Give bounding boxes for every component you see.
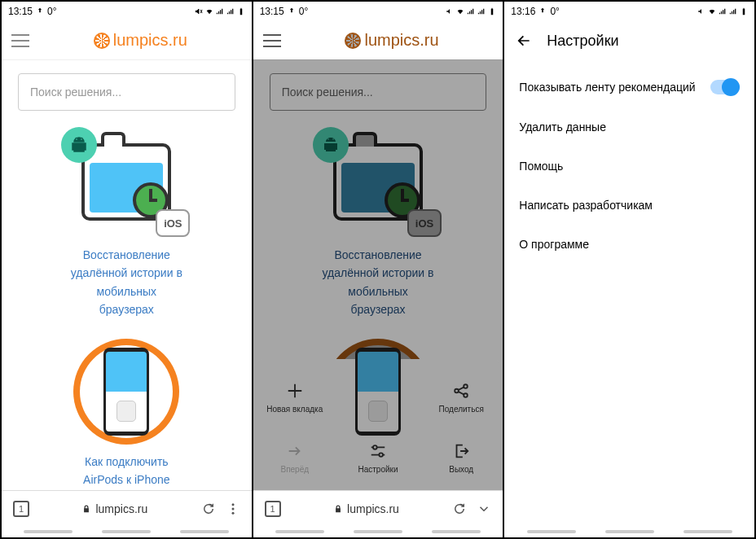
battery-icon	[488, 7, 496, 15]
share-button[interactable]: Поделиться	[424, 382, 498, 423]
hamburger-menu[interactable]	[263, 34, 281, 47]
plus-icon	[286, 382, 304, 400]
status-icons	[697, 7, 748, 15]
status-temp: 0°	[299, 6, 308, 17]
svg-point-6	[332, 138, 334, 140]
reload-button[interactable]	[452, 502, 467, 516]
svg-point-10	[373, 445, 377, 449]
settings-button[interactable]: Настройки	[341, 442, 415, 474]
browser-bottom-bar: 1 lumpics.ru	[2, 490, 252, 526]
status-temp: 0°	[550, 6, 559, 17]
signal-icon	[719, 7, 727, 15]
url-text: lumpics.ru	[95, 502, 147, 515]
search-placeholder: Поиск решения...	[30, 85, 121, 99]
logo-icon	[94, 33, 110, 49]
status-icons	[195, 7, 245, 15]
new-tab-button[interactable]: Новая вкладка	[258, 382, 332, 423]
settings-title: Настройки	[547, 33, 618, 50]
article-illustration-1: iOS	[18, 135, 235, 233]
mute-icon	[195, 7, 203, 15]
page-content: Поиск решения... iOS Восстановление удал…	[253, 60, 503, 490]
browser-menu-button[interactable]	[226, 502, 240, 516]
status-temp: 0°	[47, 6, 56, 17]
page-content: Поиск решения... iOS Восстановление удал…	[2, 60, 252, 490]
lock-icon	[82, 504, 90, 514]
chevron-down-icon[interactable]	[477, 502, 491, 516]
back-button[interactable]	[516, 33, 532, 49]
sliders-icon	[369, 442, 387, 460]
app-header: lumpics.ru	[253, 21, 503, 60]
settings-list: Показывать ленту рекомендаций Удалить да…	[504, 60, 754, 526]
tab-count-button[interactable]: 1	[13, 501, 29, 517]
settings-header: Настройки	[504, 21, 754, 60]
tab-count-button[interactable]: 1	[265, 501, 281, 517]
phone-screen-2: 13:15 0° lumpics.ru Поиск решения...	[253, 2, 503, 537]
logo-icon	[345, 33, 361, 49]
browser-bottom-bar: 1 lumpics.ru	[253, 490, 503, 526]
wifi-icon	[205, 7, 213, 15]
forward-icon	[286, 442, 304, 460]
status-time: 13:16	[511, 6, 535, 17]
search-input[interactable]: Поиск решения...	[18, 73, 235, 111]
article-link-2[interactable]: Как подключить AirPods к iPhone	[18, 453, 235, 489]
android-icon	[313, 127, 349, 163]
share-icon	[452, 382, 470, 400]
site-logo[interactable]: lumpics.ru	[39, 31, 242, 50]
url-text: lumpics.ru	[347, 502, 399, 515]
ios-badge: iOS	[156, 209, 190, 237]
nav-bar	[504, 526, 754, 537]
article-illustration-2	[73, 339, 179, 445]
svg-point-0	[77, 138, 78, 140]
mute-icon	[446, 7, 454, 15]
mute-icon	[697, 7, 705, 15]
url-display[interactable]: lumpics.ru	[291, 502, 443, 515]
nav-bar	[2, 526, 252, 537]
svg-point-4	[231, 511, 234, 514]
lock-icon	[334, 504, 342, 514]
exit-icon	[452, 442, 470, 460]
status-time: 13:15	[8, 6, 33, 17]
status-bar: 13:16 0°	[504, 2, 754, 21]
settings-about[interactable]: О программе	[504, 225, 754, 264]
app-header: lumpics.ru	[2, 21, 252, 60]
hamburger-menu[interactable]	[11, 34, 29, 47]
upload-icon	[538, 7, 547, 15]
status-icons	[446, 7, 496, 15]
phone-screen-3: 13:16 0° Настройки Показывать ленту реко…	[504, 2, 754, 537]
wifi-icon	[708, 7, 716, 15]
phone-screen-1: 13:15 0° lumpics.ru Поиск решения...	[2, 2, 252, 537]
status-bar: 13:15 0°	[2, 2, 252, 21]
upload-icon	[36, 7, 44, 15]
signal-icon-2	[477, 7, 486, 15]
exit-button[interactable]: Выход	[424, 442, 498, 474]
wifi-icon	[456, 7, 464, 15]
settings-help[interactable]: Помощь	[504, 147, 754, 186]
svg-point-1	[81, 138, 83, 140]
settings-clear-data[interactable]: Удалить данные	[504, 107, 754, 147]
signal-icon	[216, 7, 224, 15]
svg-point-2	[231, 503, 234, 506]
signal-icon-2	[226, 7, 235, 15]
nav-bar	[253, 526, 503, 537]
status-bar: 13:15 0°	[253, 2, 503, 21]
svg-point-11	[379, 453, 383, 457]
article-link-1[interactable]: Восстановление удалённой истории в мобил…	[18, 246, 235, 319]
url-display[interactable]: lumpics.ru	[39, 502, 191, 515]
settings-contact[interactable]: Написать разработчикам	[504, 186, 754, 225]
reload-button[interactable]	[201, 502, 216, 516]
settings-feed-toggle[interactable]: Показывать ленту рекомендаций	[504, 67, 754, 107]
battery-icon	[237, 7, 245, 15]
toggle-on[interactable]	[710, 80, 740, 94]
signal-icon-2	[729, 7, 737, 15]
forward-button: Вперёд	[258, 442, 332, 474]
status-time: 13:15	[260, 6, 284, 17]
logo-text: lumpics.ru	[364, 31, 438, 50]
upload-icon	[288, 7, 296, 15]
svg-point-3	[231, 507, 234, 510]
signal-icon	[467, 7, 475, 15]
android-icon	[61, 127, 97, 163]
svg-point-5	[327, 138, 329, 140]
site-logo[interactable]: lumpics.ru	[291, 31, 494, 50]
logo-text: lumpics.ru	[113, 31, 187, 50]
battery-icon	[740, 7, 748, 15]
